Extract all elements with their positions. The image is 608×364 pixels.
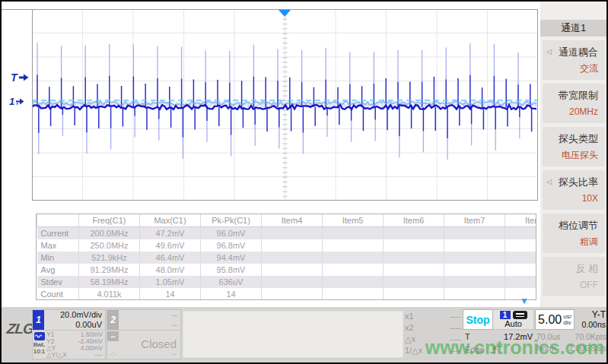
channel1-position-marker[interactable]: 1 xyxy=(9,96,24,107)
measurement-row: Min521.9kHz46.4mV94.4mV xyxy=(37,252,537,264)
measurement-value xyxy=(262,239,323,252)
bandwidth-limit-flag: BwL xyxy=(33,341,46,348)
measurement-column-header[interactable]: Freq(C1) xyxy=(79,214,140,227)
measurement-value xyxy=(444,288,505,300)
measurement-value xyxy=(505,276,537,288)
menu-item-value: 电压探头 xyxy=(549,150,598,161)
readout-label: 1/△x xyxy=(405,345,422,356)
measurement-row-label: Min xyxy=(37,252,79,264)
measurement-value xyxy=(323,276,384,288)
measurement-row-label: Count xyxy=(37,288,79,300)
measurement-value xyxy=(262,276,323,288)
menu-item-5[interactable]: 档位调节粗调 xyxy=(543,214,605,253)
readout-row: x1---- xyxy=(405,311,461,322)
measurement-row-label: Stdev xyxy=(37,276,79,288)
menu-item-value: 20MHz xyxy=(549,106,598,118)
measurement-value xyxy=(384,239,444,252)
measurement-value xyxy=(444,239,505,252)
measurement-value: 46.4mV xyxy=(140,252,201,264)
menu-item-title: 探头比率 xyxy=(549,176,598,188)
readout-value: ---- xyxy=(450,322,461,334)
sample-rate: 1.00GSa/s xyxy=(568,343,606,353)
trigger-mode-button[interactable]: 1 Auto xyxy=(493,309,534,330)
expand-left-icon: ◁ xyxy=(546,48,552,55)
trigger-type: Edge xyxy=(465,345,485,354)
ac-coupling-icon xyxy=(34,332,45,340)
measurement-value: 14 xyxy=(140,288,201,300)
menu-header: 通道1 xyxy=(540,20,606,36)
measurement-value: 58.19MHz xyxy=(79,276,140,288)
measurement-value: 1.05mV xyxy=(140,276,201,288)
menu-item-title: 档位调节 xyxy=(549,220,598,232)
menu-item-value: 10X xyxy=(549,193,598,204)
readout-row: △Y/△X---- xyxy=(46,352,103,359)
waveform-plot xyxy=(32,9,538,201)
measurement-value xyxy=(444,252,505,264)
readout-value: ---- xyxy=(450,334,461,345)
measurement-value xyxy=(444,276,505,288)
trigger-status-box: Stop 1 Auto T 17.2mV Edge xyxy=(463,309,534,362)
trigger-level-marker[interactable]: T xyxy=(11,71,29,84)
channel2-status-box[interactable]: 2 -- -- − Closed -:- -- xyxy=(107,309,181,359)
display-mode: Y-T xyxy=(592,310,606,320)
menu-item-2[interactable]: 带宽限制20MHz xyxy=(543,84,605,123)
timebase-button[interactable]: 5.00 us/div xyxy=(535,309,575,330)
measurement-value xyxy=(262,227,323,240)
measurement-table: Freq(C1)Max(C1)Pk-Pk(C1)Item4Item5Item6I… xyxy=(37,214,536,300)
trigger-delay: 0.00ns xyxy=(581,320,606,329)
measurement-column-header[interactable]: Pk-Pk(C1) xyxy=(201,214,262,227)
readout-label: x1 xyxy=(405,311,414,322)
measurement-value: 636uV xyxy=(201,276,262,288)
trigger-source-badge: 1 xyxy=(500,311,511,319)
run-state-button[interactable]: Stop xyxy=(463,309,493,330)
measurement-value: 14 xyxy=(201,288,262,300)
oscilloscope-screen: T 1 Freq(C1)Max(C1)Pk-Pk(C1)Item4Item5It… xyxy=(0,0,608,364)
measurement-value: 4.011k xyxy=(79,288,140,300)
measurement-value: 91.29MHz xyxy=(79,264,140,276)
measurement-value xyxy=(384,288,444,300)
channel1-offset: 0.00uV xyxy=(44,320,105,330)
measurement-value xyxy=(262,264,323,276)
measurement-row-label: Current xyxy=(37,227,79,240)
expand-left-icon: ◁ xyxy=(546,178,552,185)
measurement-column-header[interactable]: Item6 xyxy=(384,214,444,227)
channel1-position-label: 1 xyxy=(9,96,14,107)
channel-menu-sidebar: 通道1 ◁通道耦合交流带宽限制20MHz探头类型电压探头◁探头比率10X档位调节… xyxy=(540,2,606,307)
trigger-mode: Auto xyxy=(505,319,522,328)
menu-item-3[interactable]: 探头类型电压探头 xyxy=(543,127,605,166)
acquire-mode: Norm xyxy=(536,343,556,353)
menu-item-value: 交流 xyxy=(549,63,598,74)
measurement-value: 48.0mV xyxy=(140,264,201,276)
menu-item-4[interactable]: ◁探头比率10X xyxy=(543,170,605,210)
measurement-column-header[interactable]: Max(C1) xyxy=(140,214,201,227)
menu-item-6[interactable]: 反 相OFF xyxy=(543,257,605,296)
measurement-column-header[interactable]: Item8 xyxy=(505,214,537,227)
measurement-column-header[interactable]: Item4 xyxy=(262,214,323,227)
scroll-down-icon[interactable]: ▼ xyxy=(520,296,529,305)
measurement-value: 94.4mV xyxy=(201,252,262,264)
measurement-value xyxy=(384,276,444,288)
readout-value: ---- xyxy=(94,352,103,359)
measurement-column-header[interactable]: Item7 xyxy=(444,214,505,227)
channel2-left-readout: -:- xyxy=(110,350,116,358)
measurement-value xyxy=(384,264,444,276)
menu-item-1[interactable]: ◁通道耦合交流 xyxy=(543,40,605,80)
readout-value: ---- xyxy=(450,345,461,356)
measurement-value xyxy=(323,264,384,276)
readout-row: △x---- xyxy=(405,334,461,345)
measurement-value xyxy=(505,227,537,240)
trigger-position-icon[interactable] xyxy=(279,10,291,17)
timebase-unit: us/div xyxy=(563,314,571,326)
measurement-column-header[interactable]: Item5 xyxy=(323,214,384,227)
measurement-value xyxy=(505,264,537,276)
channel1-status-box[interactable]: 1 20.0mV/div 0.00uV BwL 10:1 Y11.60mVY2-… xyxy=(32,309,106,359)
channel2-offset: -- xyxy=(119,320,180,330)
measurement-row: Current200.0MHz47.2mV96.0mV xyxy=(37,227,537,240)
menu-items: ◁通道耦合交流带宽限制20MHz探头类型电压探头◁探头比率10X档位调节粗调反 … xyxy=(540,40,606,296)
measurement-value xyxy=(323,227,384,240)
measurement-value xyxy=(323,288,384,300)
measurement-value xyxy=(262,252,323,264)
measurement-value: 49.6mV xyxy=(140,239,201,252)
measurement-value xyxy=(505,239,537,252)
measurement-value: 250.0MHz xyxy=(79,239,140,252)
